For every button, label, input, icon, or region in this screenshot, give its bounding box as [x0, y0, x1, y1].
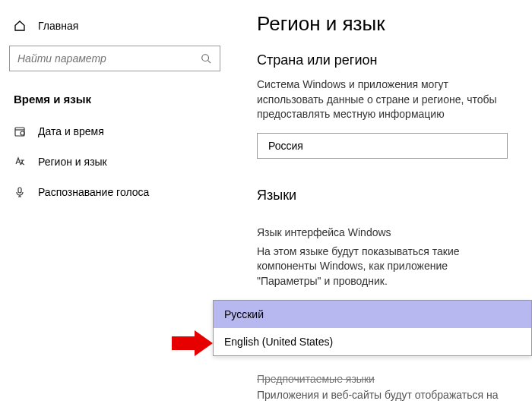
- home-label: Главная: [38, 20, 78, 32]
- region-dropdown-value: Россия: [268, 140, 303, 152]
- sidebar-item-region-language[interactable]: Регион и язык: [0, 147, 230, 177]
- svg-rect-5: [18, 188, 21, 193]
- page-title: Регион и язык: [257, 12, 532, 36]
- calendar-icon: [14, 125, 26, 137]
- home-icon: [14, 20, 26, 32]
- red-arrow-annotation: [172, 330, 213, 356]
- dropdown-option-label: English (United States): [224, 336, 333, 348]
- region-dropdown[interactable]: Россия: [257, 133, 508, 159]
- sidebar-item-label: Дата и время: [38, 125, 104, 137]
- interface-lang-description: На этом языке будут показываться такие к…: [257, 245, 508, 289]
- home-nav[interactable]: Главная: [0, 15, 230, 41]
- sidebar-item-label: Регион и язык: [38, 156, 107, 168]
- sidebar-item-label: Распознавание голоса: [38, 186, 149, 198]
- search-icon: [200, 52, 212, 65]
- preferred-languages-heading: Предпочитаемые языки: [257, 373, 532, 385]
- sidebar-item-speech[interactable]: Распознавание голоса: [0, 177, 230, 207]
- region-heading: Страна или регион: [257, 52, 532, 68]
- search-input[interactable]: [17, 52, 200, 65]
- svg-marker-6: [172, 330, 213, 356]
- svg-line-1: [208, 61, 211, 64]
- language-icon: [14, 156, 26, 168]
- languages-heading: Языки: [257, 188, 532, 204]
- microphone-icon: [14, 186, 26, 198]
- content-panel: Регион и язык Страна или регион Система …: [230, 0, 532, 407]
- search-box[interactable]: [9, 46, 220, 71]
- sidebar-section-title: Время и язык: [0, 85, 230, 116]
- interface-lang-label: Язык интерфейса Windows: [257, 226, 532, 238]
- preferred-languages-description: Приложения и веб-сайты будут отображатьс…: [257, 388, 508, 407]
- dropdown-option-russian[interactable]: Русский: [214, 301, 531, 328]
- dropdown-option-english-us[interactable]: English (United States): [214, 328, 531, 355]
- svg-point-4: [21, 131, 24, 135]
- dropdown-option-label: Русский: [224, 308, 264, 320]
- sidebar-item-date-time[interactable]: Дата и время: [0, 116, 230, 147]
- svg-point-0: [202, 55, 209, 62]
- region-description: Система Windows и приложения могут испол…: [257, 77, 508, 122]
- interface-lang-dropdown[interactable]: Русский English (United States): [213, 300, 532, 356]
